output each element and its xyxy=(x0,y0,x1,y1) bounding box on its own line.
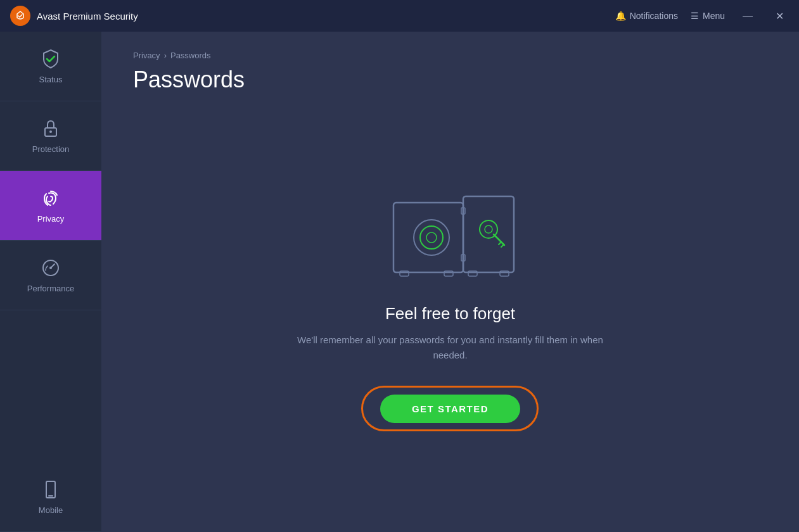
get-started-button[interactable]: GET STARTED xyxy=(380,395,520,423)
sidebar-status-label: Status xyxy=(39,75,63,84)
content-body: Feel free to forget We'll remember all y… xyxy=(133,118,767,513)
sidebar-item-privacy[interactable]: Privacy xyxy=(0,171,101,241)
sidebar-performance-label: Performance xyxy=(27,284,74,293)
svg-rect-8 xyxy=(463,196,514,272)
sidebar: Status Protection Privacy xyxy=(0,32,101,532)
bell-icon: 🔔 xyxy=(615,11,626,21)
headline: Feel free to forget xyxy=(385,304,515,324)
shield-check-icon xyxy=(40,48,61,70)
lock-icon xyxy=(40,118,61,139)
breadcrumb-separator: › xyxy=(164,51,167,60)
sidebar-mobile-label: Mobile xyxy=(39,505,63,515)
app-title: Avast Premium Security xyxy=(37,11,615,22)
subtext: We'll remember all your passwords for yo… xyxy=(292,332,609,363)
titlebar-actions: 🔔 Notifications ☰ Menu — ✕ xyxy=(615,8,789,25)
sidebar-item-status[interactable]: Status xyxy=(0,32,101,101)
content-area: Privacy › Passwords Passwords xyxy=(101,32,799,532)
minimize-button[interactable]: — xyxy=(738,8,758,24)
page-title: Passwords xyxy=(133,66,767,93)
sidebar-privacy-label: Privacy xyxy=(37,214,65,224)
notifications-button[interactable]: 🔔 Notifications xyxy=(615,11,678,21)
fingerprint-icon xyxy=(40,187,61,209)
breadcrumb-child: Passwords xyxy=(170,51,211,60)
svg-point-15 xyxy=(485,225,492,233)
safe-illustration xyxy=(381,184,520,285)
svg-point-11 xyxy=(414,220,449,255)
sidebar-protection-label: Protection xyxy=(32,144,70,154)
svg-point-4 xyxy=(49,267,52,269)
app-logo xyxy=(10,6,30,26)
svg-point-12 xyxy=(420,226,443,249)
breadcrumb-parent: Privacy xyxy=(133,51,160,60)
menu-button[interactable]: ☰ Menu xyxy=(691,11,725,21)
mobile-icon xyxy=(40,479,61,500)
svg-rect-7 xyxy=(393,203,463,272)
titlebar: Avast Premium Security 🔔 Notifications ☰… xyxy=(0,0,799,32)
menu-icon: ☰ xyxy=(691,11,699,21)
cta-wrapper: GET STARTED xyxy=(380,395,520,423)
sidebar-item-performance[interactable]: Performance xyxy=(0,241,101,310)
main-layout: Status Protection Privacy xyxy=(0,32,799,532)
svg-line-18 xyxy=(501,244,504,247)
sidebar-item-mobile[interactable]: Mobile xyxy=(0,462,101,532)
sidebar-item-protection[interactable]: Protection xyxy=(0,101,101,171)
breadcrumb: Privacy › Passwords xyxy=(133,51,767,60)
speedometer-icon xyxy=(40,257,61,279)
svg-line-17 xyxy=(499,242,501,244)
svg-point-2 xyxy=(49,130,52,133)
close-button[interactable]: ✕ xyxy=(770,8,789,25)
svg-point-13 xyxy=(426,232,437,243)
